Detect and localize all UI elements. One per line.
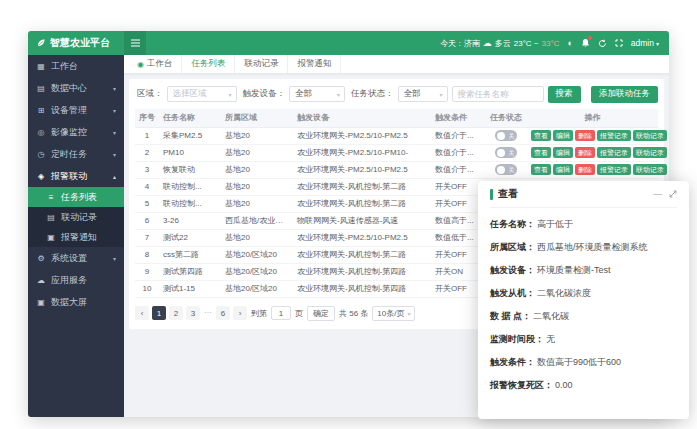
user-menu[interactable]: admin ▾ [631,38,659,48]
status-toggle[interactable]: 关 [495,147,517,158]
sidebar-item-linkage-records[interactable]: ▤联动记录 [28,207,124,227]
chevron-down-icon: ▾ [113,107,116,114]
view-button[interactable]: 查看 [531,164,551,175]
cell-device: 农业环境网关-风机控制-第二路 [293,246,431,263]
sidebar-item-workbench[interactable]: ▦工作台 [28,55,124,77]
region-label: 区域： [137,88,163,100]
tab-workbench[interactable]: ◉工作台 [128,55,182,73]
alarm-record-button[interactable]: 报警记录 [597,130,631,141]
column-header: 序号 [135,109,159,127]
status-toggle[interactable]: 关 [495,164,517,175]
fullscreen-icon[interactable] [615,39,623,47]
weather-temp: 23°C ~ [514,39,539,48]
expand-icon[interactable] [669,190,677,198]
goto-label: 到第 [251,308,267,319]
modal-field-row: 触发从机：二氧化碳浓度 [490,282,677,305]
tab-linkage-records[interactable]: 联动记录 [235,55,288,73]
notification-bell-icon[interactable] [581,38,590,48]
cell-task-name: 测试第四路 [159,263,221,280]
toggle-off-label: 关 [508,148,514,157]
modal-fields: 任务名称：高于低于所属区域：西瓜基地/环境质量检测系统触发设备：环境质量检测-T… [490,208,677,397]
goto-page-input[interactable] [271,306,291,320]
next-page-button[interactable]: › [233,306,247,320]
confirm-page-button[interactable]: 确定 [307,306,335,321]
view-button[interactable]: 查看 [531,147,551,158]
tab-alarm-notice[interactable]: 报警通知 [288,55,341,73]
cell-device: 农业环境网关-PM2.5/10-PM10- [293,144,431,161]
linkage-record-button[interactable]: 联动记录 [633,130,667,141]
region-select[interactable]: 选择区域 ▾ [167,86,237,102]
modal-title: 查看 [498,187,518,201]
modal-field-row: 报警恢复死区：0.00 [490,374,677,397]
task-status-select[interactable]: 全部 ▾ [398,86,448,102]
sidebar-item-alarm-notice[interactable]: ▣报警通知 [28,227,124,247]
cell-index: 4 [135,178,159,195]
tab-task-list[interactable]: 任务列表 [182,55,235,73]
notification-badge [588,36,592,40]
chevron-down-icon: ▾ [113,85,116,92]
sidebar-collapse-button[interactable] [124,31,146,55]
cell-status: 关 [485,161,527,178]
task-name-search-input[interactable] [452,86,544,102]
sidebar-item-data-center[interactable]: ▤数据中心▾ [28,77,124,99]
add-linkage-task-button[interactable]: 添加联动任务 [591,86,658,103]
expand-arrows-icon [669,190,677,198]
search-button[interactable]: 搜索 [548,86,581,103]
page-button-6[interactable]: 6 [216,306,230,320]
alarm-icon: ◈ [36,172,46,181]
cloud-icon: ☁ [36,276,46,285]
tab-bar: ◉工作台任务列表联动记录报警通知 [124,55,669,74]
leaf-logo-icon [36,38,46,48]
cell-index: 5 [135,195,159,212]
chevron-up-icon: ▴ [113,173,116,180]
dashboard-icon: ▦ [36,62,46,71]
modal-field-row: 任务名称：高于低于 [490,213,677,236]
cell-condition: 数值低于... [431,229,485,246]
minimize-icon[interactable]: — [653,190,662,199]
weather-prefix: 今天 : [440,38,460,49]
sidebar-item-video-monitor[interactable]: ◎影像监控▾ [28,121,124,143]
cell-index: 7 [135,229,159,246]
camera-icon: ◎ [36,128,46,137]
delete-button[interactable]: 删除 [575,147,595,158]
edit-button[interactable]: 编辑 [553,147,573,158]
cell-operations: 查看编辑删除报警记录联动记录 [527,127,658,144]
screen-icon: ▣ [36,298,46,307]
refresh-icon[interactable] [598,39,607,48]
trigger-device-select[interactable]: 全部 ▾ [289,86,345,102]
sidebar-item-task-list[interactable]: ≡任务列表 [28,187,124,207]
sidebar-item-alarm-linkage[interactable]: ◈报警联动▴ [28,165,124,187]
delete-button[interactable]: 删除 [575,130,595,141]
linkage-record-button[interactable]: 联动记录 [633,164,667,175]
status-toggle[interactable]: 关 [495,130,517,141]
cell-operations: 查看编辑删除报警记录联动记录 [527,144,658,161]
sidebar-item-scheduled-tasks[interactable]: ◷定时任务▾ [28,143,124,165]
alarm-record-button[interactable]: 报警记录 [597,147,631,158]
field-value: 二氧化碳浓度 [537,282,591,305]
sidebar-item-device-management[interactable]: ⊞设备管理▾ [28,99,124,121]
linkage-record-button[interactable]: 联动记录 [633,147,667,158]
delete-button[interactable]: 删除 [575,164,595,175]
page-button-3[interactable]: 3 [186,306,200,320]
edit-button[interactable]: 编辑 [553,130,573,141]
prev-page-button[interactable]: ‹ [135,306,149,320]
list-icon: ≡ [46,193,56,202]
cell-task-name: 采集PM2.5 [159,127,221,144]
alarm-record-button[interactable]: 报警记录 [597,164,631,175]
notice-icon: ▣ [46,233,56,242]
page-button-1[interactable]: 1 [152,306,166,320]
sidebar-item-app-services[interactable]: ☁应用服务 [28,269,124,291]
sidebar-item-system-settings[interactable]: ⚙系统设置▾ [28,247,124,269]
sidebar-item-data-screen[interactable]: ▣数据大屏 [28,291,124,313]
weather-condition: 多云 [495,38,511,49]
cell-region: 基地20/区域20 [221,280,293,297]
edit-button[interactable]: 编辑 [553,164,573,175]
view-button[interactable]: 查看 [531,130,551,141]
column-header: 任务名称 [159,109,221,127]
theme-icon[interactable]: ◐ [567,39,572,48]
field-value: 0.00 [555,374,573,397]
page-size-select[interactable]: 10条/页 ▾ [372,306,415,321]
cell-device: 农业环境网关-风机控制-第二路 [293,178,431,195]
page-button-2[interactable]: 2 [169,306,183,320]
cell-task-name: PM10 [159,144,221,161]
